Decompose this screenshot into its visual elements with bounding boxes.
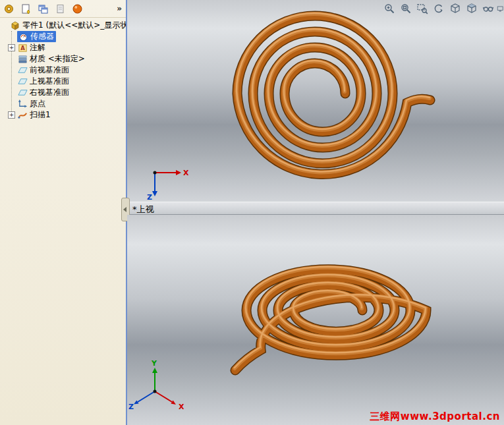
triad-x-label: X: [183, 169, 189, 177]
window-tile-button[interactable]: [36, 1, 51, 16]
new-document-button[interactable]: [18, 1, 34, 16]
zoom-fit-button[interactable]: [398, 1, 414, 16]
triad-x-label: X: [179, 403, 184, 411]
tree-item-top-plane[interactable]: 上视基准面: [1, 76, 126, 87]
view-toolbar: [381, 1, 504, 16]
feature-tree: 零件1 (默认<<默认>_显示状态 传感器 +: [0, 18, 126, 121]
tree-item-label: 上视基准面: [30, 76, 69, 87]
zoom-in-out-icon: [383, 3, 395, 14]
tree-item-label: 前视基准面: [30, 65, 69, 76]
zoom-in-out-button[interactable]: [381, 1, 397, 16]
view-orientation-icon: [449, 3, 461, 14]
origin-icon: [17, 99, 28, 109]
new-document-icon: [20, 3, 32, 14]
svg-text:A: A: [20, 45, 25, 51]
display-style-button[interactable]: [464, 1, 480, 16]
document-icon: [55, 3, 66, 14]
tree-item-material[interactable]: 材质 <未指定>: [1, 53, 126, 65]
zoom-area-icon: [416, 3, 428, 14]
tree-item-annotations[interactable]: + A 注解: [1, 42, 126, 53]
tree-item-label: 扫描1: [30, 109, 51, 121]
tree-item-part-root[interactable]: 零件1 (默认<<默认>_显示状态: [1, 20, 126, 31]
tree-item-label: 零件1 (默认<<默认>_显示状态: [22, 20, 127, 31]
triad-z-label: Z: [128, 403, 134, 411]
zoom-area-button[interactable]: [414, 1, 430, 16]
expand-toggle[interactable]: +: [8, 44, 15, 51]
rotate-view-button[interactable]: [431, 1, 447, 16]
tree-item-origin[interactable]: 原点: [1, 98, 126, 109]
tree-item-label: 原点: [30, 98, 45, 109]
material-icon: [17, 54, 28, 65]
part-icon: [10, 20, 20, 31]
display-style-icon: [466, 3, 478, 14]
graphics-area: X Z *上视: [127, 0, 504, 425]
plane-icon: [17, 65, 28, 76]
orientation-triad: Y X Z: [128, 359, 184, 411]
sensors-icon: [18, 32, 28, 42]
window-tile-icon: [38, 3, 49, 14]
help-sphere-icon: [72, 3, 83, 14]
document-button[interactable]: [53, 1, 68, 16]
tool-button[interactable]: [1, 1, 16, 16]
pane-splitter[interactable]: *上视: [127, 202, 504, 215]
plane-icon: [17, 88, 28, 98]
tree-item-label: 材质 <未指定>: [30, 53, 85, 65]
annotation-icon: A: [17, 43, 28, 53]
viewport-bottom-pane[interactable]: Y X Z 三维网www.3dportal.cn: [127, 215, 504, 425]
watermark-text: 三维网www.3dportal.cn: [370, 411, 500, 423]
monitor-icon: [497, 3, 504, 14]
coil-part-top-view[interactable]: [237, 13, 430, 175]
tool-icon: [3, 3, 14, 14]
tree-item-label: 传感器: [30, 31, 54, 42]
tree-item-sweep1[interactable]: + 扫描1: [1, 109, 126, 121]
monitor-button[interactable]: [497, 1, 504, 16]
view-settings-icon: [482, 3, 494, 14]
help-button[interactable]: [70, 1, 85, 16]
tree-item-label: 注解: [30, 42, 45, 53]
solidworks-window: » 零件1 (默认<<默认>_显示状态: [0, 0, 504, 425]
sweep-icon: [17, 110, 28, 121]
plane-icon: [17, 76, 28, 87]
zoom-fit-icon: [400, 3, 412, 14]
triad-y-label: Y: [151, 359, 157, 368]
selected-highlight: 传感器: [17, 31, 56, 42]
tree-item-label: 右视基准面: [30, 87, 69, 98]
viewport-top-pane[interactable]: X Z: [127, 0, 504, 202]
tree-item-sensors[interactable]: 传感器: [1, 31, 126, 42]
orientation-triad: X Z: [147, 169, 189, 202]
view-orientation-label: *上视: [132, 204, 154, 215]
tree-item-front-plane[interactable]: 前视基准面: [1, 65, 126, 76]
expand-toggle[interactable]: +: [8, 111, 15, 119]
view-settings-button[interactable]: [480, 1, 496, 16]
triad-z-label: Z: [147, 193, 152, 202]
feature-manager-panel: » 零件1 (默认<<默认>_显示状态: [0, 0, 127, 425]
panel-toolbar: »: [0, 0, 126, 18]
toolbar-overflow-chevron[interactable]: »: [117, 4, 122, 13]
coil-part-iso-view[interactable]: [235, 267, 426, 370]
view-orientation-button[interactable]: [447, 1, 463, 16]
tree-item-right-plane[interactable]: 右视基准面: [1, 87, 126, 98]
rotate-view-icon: [433, 3, 445, 14]
